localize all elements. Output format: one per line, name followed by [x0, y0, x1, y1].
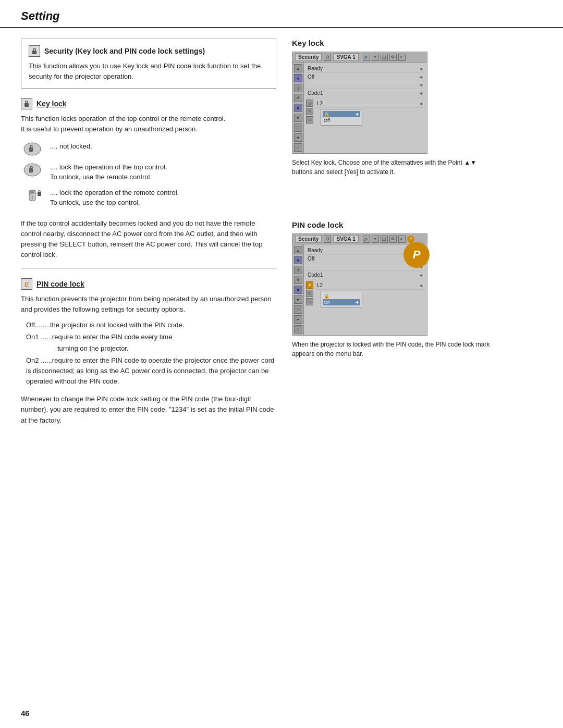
- not-locked-icon: [21, 141, 44, 157]
- icon-row-not-locked: .... not locked.: [21, 141, 276, 157]
- right-pincode-section: PIN code lock Security ⊡ SVGA 1 🔊 ☀ ◫ ⚙: [292, 220, 490, 359]
- pin-circle-overlay: P: [403, 242, 430, 268]
- proj-pin-sub-btn2[interactable]: R: [306, 290, 313, 297]
- keylock-icon: [21, 98, 32, 109]
- pincode-on2: On2 ......require to enter the PIN code …: [26, 355, 276, 387]
- right-pincode-title: PIN code lock: [292, 220, 490, 229]
- pincode-title-icon: P: [21, 278, 32, 290]
- security-section-title: Security (Key lock and PIN code lock set…: [29, 45, 268, 57]
- proj-pin-opt-key: 🔒: [323, 293, 360, 299]
- proj-icon5: ⚙: [389, 54, 397, 61]
- security-section-box: Security (Key lock and PIN code lock set…: [21, 39, 276, 89]
- main-content: Security (Key lock and PIN code lock set…: [0, 39, 563, 426]
- proj-icon1: ⊡: [324, 54, 331, 61]
- icon-row-top-control: .... lock the operation of the top contr…: [21, 162, 276, 182]
- proj-pin-btn-1[interactable]: ■: [294, 256, 302, 264]
- svg-rect-0: [32, 51, 36, 54]
- proj-security-label: Security: [295, 53, 322, 61]
- not-locked-desc: .... not locked.: [50, 141, 92, 152]
- right-keylock-caption: Select Key lock. Choose one of the alter…: [292, 158, 490, 177]
- proj-svga-label-pin: SVGA 1: [333, 235, 358, 243]
- proj-btn-5[interactable]: ▼: [294, 114, 302, 122]
- pincode-off: Off........the projector is not locked w…: [26, 320, 276, 330]
- svg-rect-13: [33, 193, 34, 194]
- proj-row-ready: Ready ◄: [306, 65, 425, 73]
- pincode-proj-mockup: Security ⊡ SVGA 1 🔊 ☀ ◫ ⚙ ✓ P: [292, 233, 427, 336]
- proj-btn-4[interactable]: ■: [294, 104, 302, 112]
- proj-row-blank: ◄: [306, 81, 425, 89]
- proj-pin-btn-3[interactable]: ⊕: [294, 276, 302, 284]
- pincode-desc: This function prevents the projector fro…: [21, 294, 276, 315]
- proj-sub-btn1[interactable]: ⊞: [306, 100, 313, 107]
- remote-control-lock-icon: [21, 188, 44, 203]
- icon-row-remote-control: .... lock the operation of the remote co…: [21, 188, 276, 208]
- proj-subpanel-pin: P R □ L2 ◄: [306, 281, 425, 307]
- keylock-desc1: This function locks operation of the top…: [21, 114, 276, 134]
- proj-btn-1[interactable]: ■: [294, 74, 302, 82]
- proj-row-l2: L2 ◄: [315, 100, 425, 108]
- proj-keylock-opt1: 🔒 ◄: [323, 111, 360, 117]
- proj-sub-btn2[interactable]: R: [306, 108, 313, 115]
- proj-pin-options: 🔒 On ◄: [321, 291, 362, 307]
- pincode-section: P PIN code lock This function prevents t…: [21, 278, 276, 426]
- proj-topbar-keylock: Security ⊡ SVGA 1 🔊 ☀ ◫ ⚙ ✓: [292, 52, 427, 63]
- proj-sidebar-pin: ▲ ■ ◎ ⊕ ■ ▼ ◻ ▼ □: [292, 244, 304, 335]
- proj-keylock-opt2: Off: [323, 117, 360, 124]
- proj-icon6: ✓: [398, 54, 406, 61]
- proj-pin-row-code1: Code1 ◄: [306, 271, 425, 279]
- proj-pin-sub-btn3[interactable]: □: [306, 298, 313, 305]
- pincode-title: P PIN code lock: [21, 278, 276, 290]
- right-pincode-caption: When the projector is locked with the PI…: [292, 340, 490, 359]
- right-keylock-title: Key lock: [292, 39, 490, 47]
- proj-subpanel-keylock: ⊞ R □ L2 ◄: [306, 100, 425, 126]
- proj-pin-btn-up[interactable]: ▲: [294, 246, 302, 254]
- proj-pin-btn-2[interactable]: ◎: [294, 266, 302, 274]
- proj-topbar-icons: 🔊 ☀ ◫ ⚙ ✓: [363, 54, 406, 61]
- svg-rect-1: [25, 103, 29, 107]
- proj-pin-sub-btn1[interactable]: P: [306, 281, 313, 289]
- proj-pin-btn-5[interactable]: ▼: [294, 295, 302, 304]
- right-column: Key lock Security ⊡ SVGA 1 🔊 ☀ ◫ ⚙: [292, 39, 490, 426]
- security-intro: This function allows you to use Key lock…: [29, 61, 268, 82]
- security-icon: [29, 45, 40, 57]
- proj-sub-btn3[interactable]: □: [306, 116, 313, 124]
- svg-point-7: [31, 170, 32, 171]
- proj-pin-btn-7[interactable]: ▼: [294, 315, 302, 324]
- proj-btn-8[interactable]: □: [294, 143, 302, 152]
- proj-icon4: ◫: [381, 54, 388, 61]
- proj-btn-3[interactable]: ⊕: [294, 94, 302, 102]
- pincode-bottom-para: Whenever to change the PIN code lock set…: [21, 394, 276, 425]
- pincode-on1-sub: turning on the projector.: [57, 343, 276, 354]
- proj-icon3: ☀: [372, 54, 379, 61]
- top-control-desc: .... lock the operation of the top contr…: [50, 162, 167, 182]
- proj-pin-btn-4[interactable]: ■: [294, 286, 302, 294]
- remote-control-desc: .... lock the operation of the remote co…: [50, 188, 179, 208]
- proj-btn-7[interactable]: ▼: [294, 133, 302, 142]
- svg-point-10: [32, 195, 33, 197]
- svg-rect-14: [29, 193, 31, 195]
- proj-pin-btn-8[interactable]: □: [294, 325, 302, 334]
- proj-btn-2[interactable]: ◎: [294, 84, 302, 92]
- proj-svga-label: SVGA 1: [333, 53, 358, 61]
- proj-main-pin: P Ready ◄ Off ◄: [304, 244, 427, 335]
- proj-sidebar-keylock: ▲ ■ ◎ ⊕ ■ ▼ ◻ ▼ □: [292, 63, 304, 153]
- keylock-proj-ui: Security ⊡ SVGA 1 🔊 ☀ ◫ ⚙ ✓: [292, 52, 490, 154]
- proj-btn-up[interactable]: ▲: [294, 64, 302, 72]
- left-column: Security (Key lock and PIN code lock set…: [21, 39, 276, 426]
- keylock-paragraph: If the top control accidentally becomes …: [21, 218, 276, 261]
- proj-pin-sub-sidebar: P R □: [306, 281, 313, 305]
- proj-icon2: 🔊: [363, 54, 370, 61]
- proj-btn-6[interactable]: ◻: [294, 124, 302, 132]
- section-divider: [21, 268, 276, 269]
- page-footer: 46: [21, 709, 30, 718]
- proj-sub-sidebar: ⊞ R □: [306, 100, 313, 124]
- svg-rect-12: [31, 193, 32, 194]
- svg-rect-15: [38, 192, 41, 196]
- proj-pin-icon1: 🔊: [363, 236, 370, 243]
- proj-body-keylock: ▲ ■ ◎ ⊕ ■ ▼ ◻ ▼ □: [292, 63, 427, 153]
- keylock-title: Key lock: [21, 98, 276, 109]
- proj-pin-btn-6[interactable]: ◻: [294, 305, 302, 314]
- proj-body-pin: ▲ ■ ◎ ⊕ ■ ▼ ◻ ▼ □: [292, 244, 427, 335]
- svg-point-11: [32, 198, 33, 199]
- proj-pin-icon4: ⚙: [389, 236, 397, 243]
